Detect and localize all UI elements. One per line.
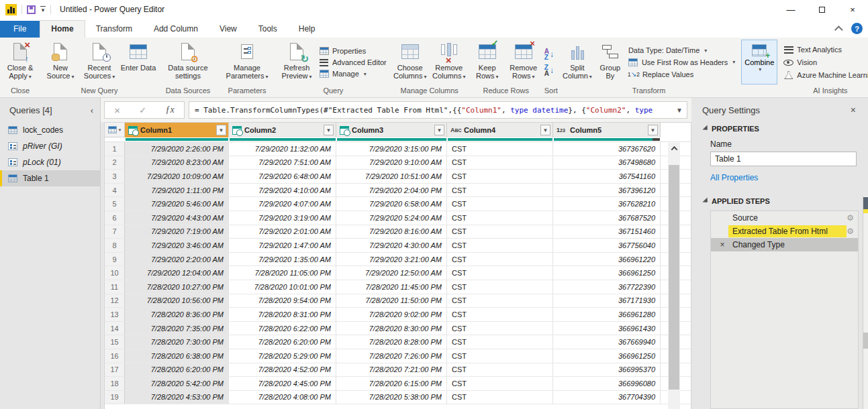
- row-number[interactable]: 4: [105, 184, 125, 197]
- cell-column2[interactable]: 7/28/2020 10:01:00 PM: [229, 280, 336, 294]
- cell-column3[interactable]: 7/29/2020 2:04:00 PM: [336, 184, 447, 197]
- datetime-type-icon[interactable]: [340, 126, 349, 135]
- query-item-table-1[interactable]: Table 1: [0, 170, 100, 186]
- cell-column4[interactable]: CST: [447, 156, 553, 170]
- applied-steps-section-header[interactable]: APPLIED STEPS: [702, 197, 859, 205]
- query-name-input[interactable]: [710, 152, 857, 166]
- cell-column2[interactable]: 7/29/2020 1:35:00 AM: [229, 253, 336, 266]
- grid-vertical-scrollbar[interactable]: [668, 143, 680, 409]
- cell-column4[interactable]: CST: [447, 142, 553, 156]
- cell-column4[interactable]: CST: [447, 349, 553, 363]
- cell-column5[interactable]: 367628210: [553, 197, 661, 211]
- formula-accept-icon[interactable]: ✓: [139, 105, 146, 115]
- remove-columns-button[interactable]: × Remove Columns▾: [430, 40, 468, 85]
- vision-button[interactable]: Vision: [781, 58, 868, 68]
- cell-column2[interactable]: 7/28/2020 5:29:00 PM: [229, 349, 336, 363]
- cell-column1[interactable]: 7/28/2020 7:30:00 PM: [125, 335, 229, 349]
- cell-column1[interactable]: 7/29/2020 2:26:00 PM: [125, 142, 229, 156]
- row-number[interactable]: 1: [105, 142, 125, 156]
- query-item-plock-01-[interactable]: pLock (01): [0, 154, 100, 170]
- delete-step-icon[interactable]: ×: [716, 240, 728, 249]
- azure-machine-learning-button[interactable]: Azure Machine Learning: [781, 70, 868, 80]
- cell-column2[interactable]: 7/28/2020 4:08:00 PM: [229, 391, 336, 404]
- cell-column4[interactable]: CST: [447, 280, 553, 294]
- group-by-button[interactable]: Group By: [595, 40, 625, 85]
- data-type-dropdown[interactable]: Data Type: Date/Time▾: [626, 46, 737, 55]
- close-and-apply-button[interactable]: × ↑ Close & Apply▾: [1, 40, 39, 85]
- row-number[interactable]: 7: [105, 225, 125, 239]
- cell-column1[interactable]: 7/28/2020 4:53:00 PM: [125, 391, 229, 404]
- cell-column3[interactable]: 7/28/2020 6:15:00 PM: [336, 377, 447, 390]
- cell-column2[interactable]: 7/29/2020 7:51:00 AM: [229, 156, 336, 170]
- row-number[interactable]: 14: [105, 322, 125, 335]
- scroll-up-icon[interactable]: [668, 143, 680, 154]
- menu-tab-file[interactable]: File: [0, 21, 40, 38]
- cell-column4[interactable]: CST: [447, 391, 553, 404]
- close-query-settings-icon[interactable]: ×: [851, 105, 856, 115]
- number-type-icon[interactable]: 123: [557, 126, 567, 135]
- datetime-type-icon[interactable]: [232, 126, 242, 135]
- applied-step-changed-type[interactable]: ×Changed Type: [711, 238, 858, 251]
- manage-button[interactable]: Manage▾: [317, 69, 389, 79]
- menu-tab-tools[interactable]: Tools: [248, 21, 288, 38]
- menu-tab-transform[interactable]: Transform: [85, 21, 143, 38]
- cell-column4[interactable]: CST: [447, 239, 553, 252]
- new-source-button[interactable]: New Source▾: [42, 40, 79, 85]
- cell-column2[interactable]: 7/29/2020 3:19:00 AM: [229, 211, 336, 225]
- row-number[interactable]: 10: [105, 266, 125, 280]
- step-settings-gear-icon[interactable]: ⚙: [847, 213, 854, 223]
- cell-column2[interactable]: 7/28/2020 11:05:00 PM: [229, 266, 336, 280]
- choose-columns-button[interactable]: Choose Columns▾: [391, 40, 429, 85]
- cell-column4[interactable]: CST: [447, 266, 553, 280]
- row-number[interactable]: 12: [105, 294, 125, 308]
- cell-column2[interactable]: 7/28/2020 8:31:00 PM: [229, 308, 336, 321]
- row-number[interactable]: 11: [105, 280, 125, 294]
- formula-cancel-icon[interactable]: ×: [114, 105, 120, 116]
- cell-column3[interactable]: 7/28/2020 8:30:00 PM: [336, 322, 447, 335]
- cell-column3[interactable]: 7/28/2020 11:45:00 PM: [336, 280, 447, 294]
- column-filter-dropdown-icon[interactable]: ▼: [648, 125, 658, 135]
- text-analytics-button[interactable]: Text Analytics: [781, 45, 868, 55]
- cell-column5[interactable]: 366961250: [553, 349, 661, 363]
- quick-access-toolbar-dropdown-icon[interactable]: ▾: [40, 6, 46, 13]
- cell-column1[interactable]: 7/28/2020 10:27:00 PM: [125, 280, 229, 294]
- row-number[interactable]: 13: [105, 308, 125, 321]
- cell-column5[interactable]: 366995370: [553, 363, 661, 377]
- column-filter-dropdown-icon[interactable]: ▼: [324, 125, 334, 135]
- column-header-column4[interactable]: ABCColumn4▼: [447, 123, 553, 137]
- row-number[interactable]: 16: [105, 349, 125, 363]
- close-button[interactable]: ×: [837, 0, 868, 19]
- formula-input[interactable]: = Table.TransformColumnTypes(#"Extracted…: [189, 101, 687, 119]
- column-filter-dropdown-icon[interactable]: ▼: [434, 125, 444, 135]
- cell-column5[interactable]: 367151460: [553, 225, 661, 239]
- cell-column5[interactable]: 367722390: [553, 280, 661, 294]
- cell-column3[interactable]: 7/28/2020 9:02:00 PM: [336, 308, 447, 321]
- cell-column1[interactable]: 7/28/2020 10:56:00 PM: [125, 294, 229, 308]
- manage-parameters-button[interactable]: Manage Parameters▾: [219, 40, 275, 85]
- refresh-preview-button[interactable]: ↻ Refresh Preview▾: [278, 40, 316, 85]
- cell-column1[interactable]: 7/29/2020 4:43:00 AM: [125, 211, 229, 225]
- cell-column4[interactable]: CST: [447, 184, 553, 197]
- remove-rows-button[interactable]: × Remove Rows▾: [505, 40, 542, 85]
- row-number[interactable]: 6: [105, 211, 125, 225]
- text-type-icon[interactable]: ABC: [450, 126, 461, 135]
- cell-column3[interactable]: 7/29/2020 8:16:00 AM: [336, 225, 447, 239]
- cell-column5[interactable]: 367541160: [553, 170, 661, 183]
- minimize-button[interactable]: —: [775, 0, 806, 19]
- cell-column2[interactable]: 7/28/2020 4:45:00 PM: [229, 377, 336, 390]
- menu-tab-view[interactable]: View: [209, 21, 248, 38]
- cell-column4[interactable]: CST: [447, 335, 553, 349]
- cell-column2[interactable]: 7/29/2020 1:47:00 AM: [229, 239, 336, 252]
- split-column-button[interactable]: Split Column▾: [561, 40, 594, 85]
- cell-column1[interactable]: 7/29/2020 2:20:00 AM: [125, 253, 229, 266]
- cell-column4[interactable]: CST: [447, 253, 553, 266]
- cell-column4[interactable]: CST: [447, 308, 553, 321]
- grid-select-all-button[interactable]: ▾: [105, 123, 125, 137]
- cell-column5[interactable]: 367704390: [553, 391, 661, 404]
- cell-column2[interactable]: 7/28/2020 9:54:00 PM: [229, 294, 336, 308]
- cell-column1[interactable]: 7/29/2020 5:46:00 AM: [125, 197, 229, 211]
- cell-column5[interactable]: 367687520: [553, 211, 661, 225]
- column-header-column3[interactable]: Column3▼: [336, 123, 447, 137]
- cell-column3[interactable]: 7/29/2020 6:58:00 AM: [336, 197, 447, 211]
- menu-tab-help[interactable]: Help: [288, 21, 326, 38]
